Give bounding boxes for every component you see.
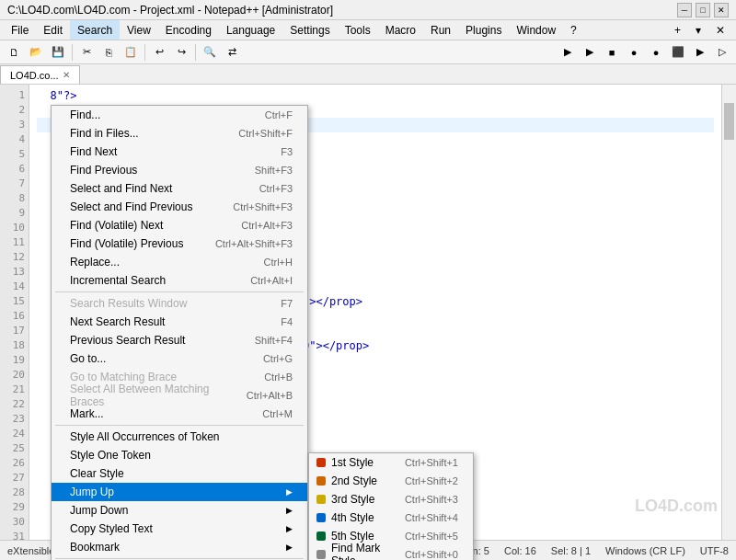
menu-mark[interactable]: Mark... Ctrl+M bbox=[52, 405, 307, 423]
menu-macro[interactable]: Macro bbox=[378, 20, 423, 40]
scrollbar-thumb[interactable] bbox=[724, 103, 734, 140]
col-label: Col: 16 bbox=[504, 545, 536, 556]
menu-style-all-occurrences[interactable]: Style All Occurrences of Token bbox=[52, 428, 307, 446]
submenu-3rd-style[interactable]: 3rd Style Ctrl+Shift+3 bbox=[309, 490, 473, 509]
menu-encoding[interactable]: Encoding bbox=[158, 20, 219, 40]
menu-language[interactable]: Language bbox=[219, 20, 282, 40]
menu-replace[interactable]: Replace... Ctrl+H bbox=[52, 253, 307, 271]
menu-next-search-result[interactable]: Next Search Result F4 bbox=[52, 313, 307, 331]
tab-project-xml[interactable]: LO4D.co... ✕ bbox=[0, 65, 80, 84]
menu-jump-up[interactable]: Jump Up bbox=[52, 483, 307, 501]
replace-button[interactable]: ⇄ bbox=[222, 42, 242, 63]
menu-clear-style[interactable]: Clear Style bbox=[52, 464, 307, 483]
submenu-find-mark-style[interactable]: Find Mark Style Ctrl+Shift+0 bbox=[309, 545, 473, 560]
menu-find-in-files[interactable]: Find in Files... Ctrl+Shift+F bbox=[52, 124, 307, 143]
submenu-4th-style[interactable]: 4th Style Ctrl+Shift+4 bbox=[309, 509, 473, 527]
save-button[interactable]: 💾 bbox=[48, 42, 68, 63]
menu-select-matching-braces[interactable]: Select All Between Matching Braces Ctrl+… bbox=[52, 386, 307, 405]
search-dropdown-menu[interactable]: Find... Ctrl+F Find in Files... Ctrl+Shi… bbox=[51, 105, 308, 560]
submenu-2nd-style[interactable]: 2nd Style Ctrl+Shift+2 bbox=[309, 472, 473, 490]
menu-sep-1 bbox=[55, 291, 304, 292]
menu-settings[interactable]: Settings bbox=[282, 20, 337, 40]
menu-search[interactable]: Search bbox=[70, 20, 120, 40]
jump-up-submenu[interactable]: 1st Style Ctrl+Shift+1 2nd Style Ctrl+Sh… bbox=[308, 452, 474, 560]
new-file-button[interactable]: 🗋 bbox=[4, 42, 24, 63]
undo-button[interactable]: ↩ bbox=[149, 42, 169, 63]
menu-sep-2 bbox=[55, 425, 304, 426]
menu-help[interactable]: ? bbox=[563, 20, 584, 40]
toolbar-icon-6[interactable]: ⬛ bbox=[668, 42, 688, 63]
style-5-dot bbox=[316, 531, 326, 541]
toolbar-add-button[interactable]: + bbox=[667, 20, 688, 40]
vertical-scrollbar[interactable] bbox=[721, 85, 736, 540]
close-button[interactable]: ✕ bbox=[714, 3, 729, 17]
line-ending-label: Windows (CR LF) bbox=[605, 545, 685, 556]
menu-jump-down[interactable]: Jump Down bbox=[52, 501, 307, 520]
submenu-1st-style[interactable]: 1st Style Ctrl+Shift+1 bbox=[309, 453, 473, 472]
code-line-2: 8"?> bbox=[37, 88, 714, 103]
toolbar-icon-7[interactable]: ▶ bbox=[690, 42, 710, 63]
menu-window[interactable]: Window bbox=[509, 20, 563, 40]
toolbar-down-button[interactable]: ▾ bbox=[688, 20, 708, 40]
toolbar-icon-3[interactable]: ■ bbox=[602, 42, 622, 63]
menu-incremental-search[interactable]: Incremental Search Ctrl+Alt+I bbox=[52, 271, 307, 290]
menu-prev-search-result[interactable]: Previous Search Result Shift+F4 bbox=[52, 331, 307, 349]
menu-plugins[interactable]: Plugins bbox=[458, 20, 509, 40]
toolbar-x-button[interactable]: ✕ bbox=[708, 20, 732, 40]
tab-close-icon[interactable]: ✕ bbox=[63, 70, 70, 80]
toolbar-separator-2 bbox=[144, 44, 145, 61]
titlebar: C:\LO4D.com\LO4D.com - Project.xml - Not… bbox=[0, 0, 736, 20]
menu-find-volatile-next[interactable]: Find (Volatile) Next Ctrl+Alt+F3 bbox=[52, 216, 307, 234]
toolbar-icon-4[interactable]: ● bbox=[624, 42, 644, 63]
menu-select-find-prev[interactable]: Select and Find Previous Ctrl+Shift+F3 bbox=[52, 198, 307, 216]
redo-button[interactable]: ↪ bbox=[171, 42, 191, 63]
menu-goto[interactable]: Go to... Ctrl+G bbox=[52, 349, 307, 368]
toolbar-separator-1 bbox=[72, 44, 73, 61]
main-area: 12345 678910 1112131415 1617181920 21222… bbox=[0, 85, 736, 540]
menu-file[interactable]: File bbox=[4, 20, 36, 40]
style-2-dot bbox=[316, 476, 326, 486]
cut-button[interactable]: ✂ bbox=[76, 42, 97, 63]
style-1-dot bbox=[316, 458, 326, 467]
style-4-dot bbox=[316, 513, 326, 522]
copy-button[interactable]: ⎘ bbox=[98, 42, 119, 63]
toolbar-separator-3 bbox=[195, 44, 196, 61]
sel-label: Sel: 8 | 1 bbox=[551, 545, 591, 556]
menu-edit[interactable]: Edit bbox=[36, 20, 70, 40]
titlebar-title: C:\LO4D.com\LO4D.com - Project.xml - Not… bbox=[7, 4, 333, 17]
menu-find-volatile-prev[interactable]: Find (Volatile) Previous Ctrl+Alt+Shift+… bbox=[52, 234, 307, 253]
menu-view[interactable]: View bbox=[120, 20, 158, 40]
encoding-label: UTF-8 bbox=[700, 545, 729, 556]
menu-copy-styled-text[interactable]: Copy Styled Text bbox=[52, 520, 307, 538]
menu-select-find-next[interactable]: Select and Find Next Ctrl+F3 bbox=[52, 179, 307, 198]
style-3-dot bbox=[316, 495, 326, 504]
toolbar-icon-2[interactable]: ▶ bbox=[580, 42, 600, 63]
menu-find-next[interactable]: Find Next F3 bbox=[52, 143, 307, 161]
maximize-button[interactable]: □ bbox=[696, 3, 710, 17]
tabbar: LO4D.co... ✕ bbox=[0, 64, 736, 85]
menubar: File Edit Search View Encoding Language … bbox=[0, 20, 736, 40]
menu-bookmark[interactable]: Bookmark bbox=[52, 538, 307, 556]
toolbar-icon-5[interactable]: ● bbox=[646, 42, 666, 63]
menu-find-previous[interactable]: Find Previous Shift+F3 bbox=[52, 161, 307, 179]
menu-search-results-window[interactable]: Search Results Window F7 bbox=[52, 294, 307, 313]
minimize-button[interactable]: ─ bbox=[677, 3, 692, 17]
toolbar: 🗋 📂 💾 ✂ ⎘ 📋 ↩ ↪ 🔍 ⇄ ▶ ▶ ■ ● ● ⬛ ▶ ▷ bbox=[0, 40, 736, 64]
find-button[interactable]: 🔍 bbox=[200, 42, 220, 63]
open-file-button[interactable]: 📂 bbox=[26, 42, 46, 63]
toolbar-icon-8[interactable]: ▷ bbox=[712, 42, 732, 63]
watermark-logo: LO4D.com bbox=[635, 497, 718, 516]
menu-sep-3 bbox=[55, 558, 304, 559]
line-numbers: 12345 678910 1112131415 1617181920 21222… bbox=[0, 85, 29, 540]
menu-find[interactable]: Find... Ctrl+F bbox=[52, 106, 307, 124]
paste-button[interactable]: 📋 bbox=[121, 42, 141, 63]
toolbar-icon-1[interactable]: ▶ bbox=[558, 42, 578, 63]
style-find-dot bbox=[316, 550, 326, 559]
menu-run[interactable]: Run bbox=[423, 20, 458, 40]
tab-label: LO4D.co... bbox=[10, 70, 59, 81]
menu-style-one-token[interactable]: Style One Token bbox=[52, 446, 307, 464]
menu-tools[interactable]: Tools bbox=[338, 20, 378, 40]
